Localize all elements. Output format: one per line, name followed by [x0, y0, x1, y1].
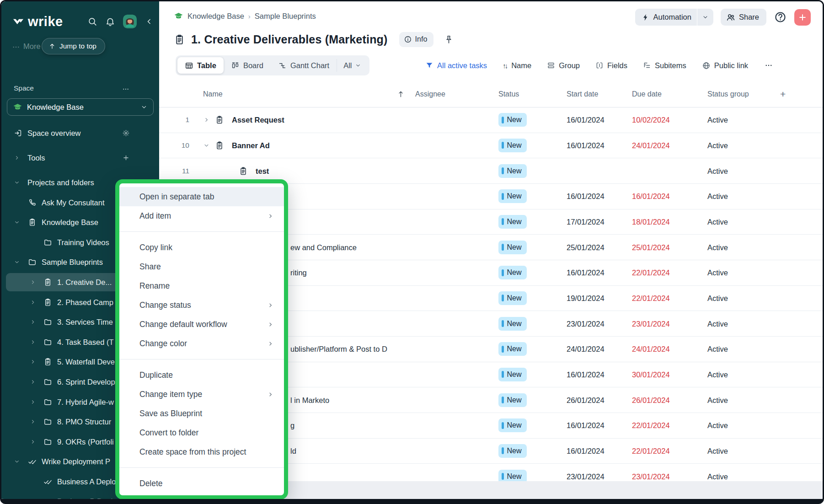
start-date[interactable]: 16/01/2024 [567, 268, 605, 277]
status-badge[interactable]: New [498, 113, 527, 127]
menu-item-delete[interactable]: Delete [119, 474, 284, 493]
menu-item-add-item[interactable]: Add item [119, 206, 284, 225]
start-date[interactable]: 23/01/2024 [567, 472, 605, 481]
group-button[interactable]: Group [547, 61, 580, 70]
user-avatar[interactable] [123, 15, 137, 28]
column-header-status-group[interactable]: Status group [707, 90, 749, 98]
menu-item-change-color[interactable]: Change color [119, 334, 284, 353]
start-date[interactable]: 19/01/2024 [567, 294, 605, 302]
automation-dropdown-chevron[interactable] [697, 14, 713, 21]
status-badge[interactable]: New [498, 164, 527, 178]
status-badge[interactable]: New [498, 189, 527, 203]
task-name[interactable]: Banner Ad [232, 141, 270, 150]
column-header-start-date[interactable]: Start date [567, 90, 598, 98]
chevron-right-icon[interactable] [30, 319, 36, 325]
column-header-name[interactable]: Name [203, 90, 223, 98]
due-date[interactable]: 16/01/2024 [632, 192, 670, 201]
chevron-right-icon[interactable] [30, 399, 36, 405]
toolbar-more-icon[interactable] [764, 61, 774, 70]
start-date[interactable]: 16/01/2024 [567, 421, 605, 430]
chevron-right-icon[interactable] [30, 279, 36, 285]
jump-to-top-button[interactable]: Jump to top [42, 38, 105, 54]
start-date[interactable]: 16/01/2024 [567, 370, 605, 379]
due-date[interactable]: 10/02/2024 [632, 116, 670, 124]
space-selector[interactable]: Knowledge Base [7, 98, 154, 116]
menu-item-open-in-separate-tab[interactable]: Open in separate tab [119, 187, 284, 206]
expand-right-icon[interactable] [203, 117, 210, 123]
start-date[interactable]: 25/01/2024 [567, 243, 605, 252]
tab-board[interactable]: Board [224, 57, 271, 74]
task-name-fragment[interactable]: ublisher/Platform & Post to D [290, 345, 387, 354]
due-date[interactable]: 23/01/2024 [632, 319, 670, 328]
column-header-assignee[interactable]: Assignee [415, 90, 445, 98]
chevron-right-icon[interactable] [30, 359, 36, 365]
start-date[interactable]: 24/01/2024 [567, 345, 605, 354]
add-column-button[interactable]: + [780, 89, 786, 100]
sort-ascending-icon[interactable] [397, 90, 405, 98]
menu-item-rename[interactable]: Rename [119, 276, 284, 295]
due-date[interactable]: 22/01/2024 [632, 446, 670, 455]
start-date[interactable]: 26/01/2024 [567, 396, 605, 404]
status-badge[interactable]: New [498, 393, 527, 407]
sidebar-item-tools[interactable]: Tools [1, 148, 159, 168]
menu-item-change-default-workflow[interactable]: Change default workflow [119, 315, 284, 334]
chevron-right-icon[interactable] [30, 339, 36, 345]
breadcrumb-knowledge-base[interactable]: Knowledge Base [187, 12, 244, 21]
menu-item-convert-to-folder[interactable]: Convert to folder [119, 423, 284, 442]
collapse-sidebar-icon[interactable] [144, 17, 154, 26]
status-badge[interactable]: New [498, 342, 527, 356]
due-date[interactable]: 23/01/2024 [632, 472, 670, 481]
public-link-button[interactable]: Public link [702, 61, 748, 70]
column-header-status[interactable]: Status [498, 90, 519, 98]
tab-all-dropdown[interactable]: All [337, 59, 367, 72]
start-date[interactable]: 16/01/2024 [567, 192, 605, 201]
status-badge[interactable]: New [498, 291, 527, 305]
due-date[interactable]: 24/01/2024 [632, 141, 670, 150]
start-date[interactable]: 16/01/2024 [567, 141, 605, 150]
due-date[interactable]: 24/01/2024 [632, 345, 670, 354]
column-header-due-date[interactable]: Due date [632, 90, 662, 98]
status-badge[interactable]: New [498, 266, 527, 279]
task-name-fragment[interactable]: ew and Compliance [290, 243, 357, 252]
automation-button[interactable]: Automation [635, 9, 713, 26]
menu-item-save-as-blueprint[interactable]: Save as Blueprint [119, 404, 284, 423]
fields-button[interactable]: Fields [595, 61, 627, 70]
task-name[interactable]: Asset Request [232, 116, 284, 124]
status-badge[interactable]: New [498, 139, 527, 152]
task-name-fragment[interactable]: l in Marketo [290, 396, 329, 404]
status-badge[interactable]: New [498, 241, 527, 254]
plus-icon[interactable] [122, 154, 130, 162]
due-date[interactable]: 22/01/2024 [632, 294, 670, 302]
task-name-fragment[interactable]: riting [290, 268, 307, 277]
task-name-fragment[interactable]: g [290, 421, 294, 430]
tab-table[interactable]: Table [177, 57, 224, 74]
tab-gantt-chart[interactable]: Gantt Chart [271, 57, 337, 74]
space-more-icon[interactable] [121, 86, 130, 93]
due-date[interactable]: 26/01/2024 [632, 396, 670, 404]
menu-item-create-space-from-this-project[interactable]: Create space from this project [119, 442, 284, 461]
expand-down-icon[interactable] [203, 142, 210, 149]
help-icon[interactable] [774, 11, 787, 24]
menu-item-share[interactable]: Share [119, 257, 284, 276]
status-badge[interactable]: New [498, 444, 527, 458]
status-badge[interactable]: New [498, 368, 527, 381]
gear-icon[interactable] [122, 129, 130, 137]
chevron-right-icon[interactable] [30, 439, 36, 445]
task-name[interactable]: test [256, 166, 269, 175]
due-date[interactable]: 22/01/2024 [632, 421, 670, 430]
menu-item-duplicate[interactable]: Duplicate [119, 365, 284, 385]
menu-item-copy-link[interactable]: Copy link [119, 238, 284, 257]
chevron-down-icon[interactable] [14, 458, 20, 465]
menu-item-change-status[interactable]: Change status [119, 295, 284, 315]
add-new-button[interactable] [794, 9, 811, 26]
table-row[interactable]: 10Banner AdNew16/01/202424/01/2024Active [159, 133, 823, 159]
breadcrumb-sample-blueprints[interactable]: Sample Blueprints [255, 12, 316, 21]
chevron-right-icon[interactable] [14, 155, 20, 161]
start-date[interactable]: 17/01/2024 [567, 217, 605, 226]
filter-button[interactable]: All active tasks [425, 61, 487, 70]
sidebar-item-space-overview[interactable]: Space overview [1, 123, 159, 143]
status-badge[interactable]: New [498, 418, 527, 432]
status-badge[interactable]: New [498, 215, 527, 229]
subitems-button[interactable]: Subitems [643, 61, 686, 70]
chevron-right-icon[interactable] [30, 299, 36, 306]
